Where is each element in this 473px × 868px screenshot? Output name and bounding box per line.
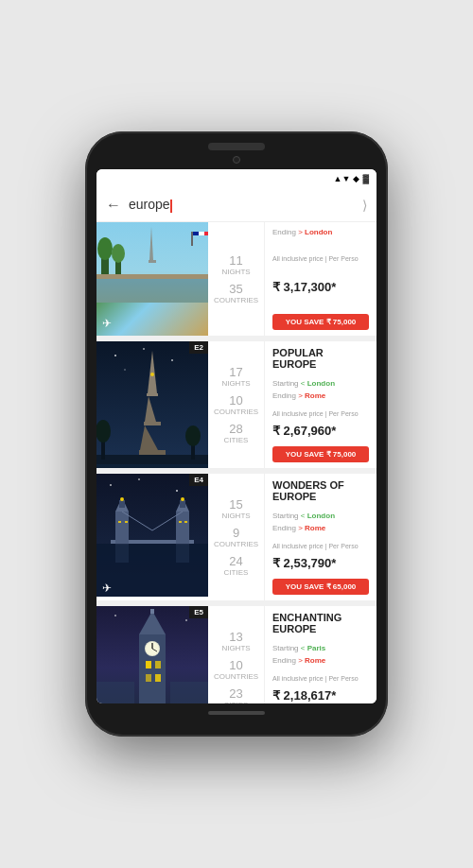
nights-stat: 11 Nights bbox=[221, 253, 250, 276]
svg-point-26 bbox=[150, 373, 154, 376]
card-stats-wonders: 15 Nights 9 Countries 24 Cities bbox=[208, 474, 265, 600]
battery-icon: ▓ bbox=[362, 174, 369, 183]
search-icon[interactable]: ⟩ bbox=[362, 198, 367, 213]
svg-rect-22 bbox=[144, 422, 161, 425]
svg-rect-74 bbox=[170, 682, 208, 703]
cities-stat: 23 Cities bbox=[224, 686, 249, 703]
phone-screen: ▲▼ ◆ ▓ ← europe ⟩ bbox=[96, 169, 377, 703]
price-value-enchanting: ₹ 2,18,617* bbox=[272, 688, 369, 703]
card-info-partial: Ending > London All inclusive price | Pe… bbox=[265, 222, 377, 336]
svg-rect-7 bbox=[149, 260, 156, 263]
svg-rect-10 bbox=[193, 232, 199, 235]
svg-point-35 bbox=[176, 490, 178, 492]
status-icons: ▲▼ ◆ ▓ bbox=[334, 174, 369, 183]
svg-point-31 bbox=[185, 425, 201, 446]
svg-rect-52 bbox=[125, 521, 128, 523]
card-title-popular: POPULAR EUROPE bbox=[272, 347, 369, 370]
package-card-partial[interactable]: ✈ 11 Nights 35 Countries Ending > bbox=[96, 222, 377, 336]
card-stats-enchanting: 13 Nights 10 Countries 23 Cities bbox=[208, 606, 265, 703]
price-label-popular: All inclusive price | Per Perso bbox=[272, 410, 369, 417]
card-info-wonders: WONDERS OF EUROPE Starting < London Endi… bbox=[265, 474, 377, 600]
status-bar: ▲▼ ◆ ▓ bbox=[96, 169, 377, 188]
svg-rect-47 bbox=[115, 544, 129, 563]
svg-point-58 bbox=[185, 619, 187, 621]
svg-rect-8 bbox=[96, 274, 208, 279]
card-image-eiffel: E2 bbox=[96, 341, 208, 468]
package-card-enchanting[interactable]: E5 13 Nights 10 Countries 23 Cities bbox=[96, 606, 377, 703]
save-button-popular[interactable]: YOU SAVE ₹ 75,000 bbox=[272, 446, 369, 462]
price-label-wonders: All inclusive price | Per Perso bbox=[272, 543, 369, 549]
svg-rect-54 bbox=[184, 521, 187, 523]
card-stats-partial: 11 Nights 35 Countries bbox=[208, 222, 265, 336]
card-image-london: ✈ E4 bbox=[96, 474, 208, 600]
svg-point-14 bbox=[114, 355, 116, 356]
price-label-partial: All inclusive price | Per Perso bbox=[272, 255, 369, 262]
card-title-wonders: WONDERS OF EUROPE bbox=[272, 479, 369, 502]
svg-point-18 bbox=[124, 369, 126, 371]
svg-point-50 bbox=[181, 497, 184, 501]
svg-point-33 bbox=[110, 484, 112, 486]
package-card-wonders[interactable]: ✈ E4 15 Nights 9 Countries 24 Cities bbox=[96, 474, 377, 600]
countries-stat: 10 Countries bbox=[214, 393, 258, 416]
svg-rect-73 bbox=[96, 682, 134, 703]
cities-stat: 24 Cities bbox=[224, 554, 249, 577]
countries-stat: 35 Countries bbox=[214, 282, 258, 304]
phone-camera bbox=[233, 156, 240, 164]
svg-point-16 bbox=[171, 359, 173, 361]
package-card-popular[interactable]: E2 17 Nights 10 Countries 28 Cities bbox=[96, 341, 377, 468]
ending-route: Ending > London bbox=[272, 228, 369, 236]
svg-rect-20 bbox=[147, 393, 158, 396]
svg-rect-12 bbox=[204, 232, 208, 235]
svg-point-56 bbox=[114, 615, 116, 616]
card-image-bigben: E5 bbox=[96, 606, 208, 703]
svg-rect-40 bbox=[119, 500, 125, 508]
phone-bottom bbox=[96, 703, 377, 722]
route-info-popular: Starting < London Ending > Rome bbox=[272, 378, 369, 403]
search-input[interactable]: europe bbox=[129, 197, 355, 212]
wifi-icon: ◆ bbox=[353, 174, 359, 183]
countries-stat: 9 Countries bbox=[214, 526, 258, 548]
home-indicator[interactable] bbox=[208, 711, 265, 715]
card-info-popular: POPULAR EUROPE Starting < London Ending … bbox=[265, 341, 377, 468]
route-info-wonders: Starting < London Ending > Rome bbox=[272, 511, 369, 535]
phone-speaker bbox=[208, 143, 265, 150]
svg-rect-46 bbox=[96, 544, 208, 597]
save-button-partial[interactable]: YOU SAVE ₹ 75,000 bbox=[272, 314, 369, 330]
svg-point-34 bbox=[138, 478, 140, 480]
svg-point-49 bbox=[120, 497, 124, 501]
svg-rect-43 bbox=[180, 500, 185, 508]
countries-stat: 10 Countries bbox=[214, 658, 258, 681]
card-image-paris: ✈ bbox=[96, 222, 208, 336]
phone-frame: ▲▼ ◆ ▓ ← europe ⟩ bbox=[85, 131, 388, 737]
plane-icon: ✈ bbox=[102, 317, 112, 330]
svg-point-3 bbox=[97, 237, 113, 260]
svg-point-5 bbox=[112, 244, 125, 263]
price-label-enchanting: All inclusive price | Per Perso bbox=[272, 675, 369, 682]
content-scroll[interactable]: ✈ 11 Nights 35 Countries Ending > bbox=[96, 222, 377, 703]
svg-rect-53 bbox=[179, 521, 182, 523]
card-info-enchanting: ENCHANTING EUROPE Starting < Paris Endin… bbox=[265, 606, 377, 703]
save-button-wonders[interactable]: YOU SAVE ₹ 65,000 bbox=[272, 579, 369, 595]
nights-stat: 13 Nights bbox=[221, 630, 250, 652]
e2-badge: E2 bbox=[189, 341, 208, 354]
back-arrow-icon[interactable]: ← bbox=[106, 197, 121, 214]
svg-rect-38 bbox=[115, 512, 129, 545]
route-info-enchanting: Starting < Paris Ending > Rome bbox=[272, 643, 369, 668]
e5-badge: E5 bbox=[189, 606, 208, 618]
nights-stat: 15 Nights bbox=[221, 497, 250, 520]
price-value-popular: ₹ 2,67,960* bbox=[272, 424, 369, 438]
cities-stat: 28 Cities bbox=[224, 422, 249, 444]
price-value-partial: ₹ 3,17,300* bbox=[272, 280, 369, 294]
e4-badge: E4 bbox=[189, 474, 208, 486]
svg-rect-51 bbox=[118, 521, 121, 523]
svg-rect-1 bbox=[96, 279, 208, 303]
price-value-wonders: ₹ 2,53,790* bbox=[272, 556, 369, 570]
svg-rect-68 bbox=[146, 674, 151, 682]
svg-rect-69 bbox=[155, 674, 161, 682]
svg-rect-65 bbox=[150, 609, 154, 614]
signal-icon: ▲▼ bbox=[334, 174, 351, 183]
svg-rect-48 bbox=[176, 544, 189, 563]
card-title-enchanting: ENCHANTING EUROPE bbox=[272, 612, 369, 634]
svg-rect-9 bbox=[191, 232, 193, 246]
svg-rect-11 bbox=[199, 232, 204, 235]
